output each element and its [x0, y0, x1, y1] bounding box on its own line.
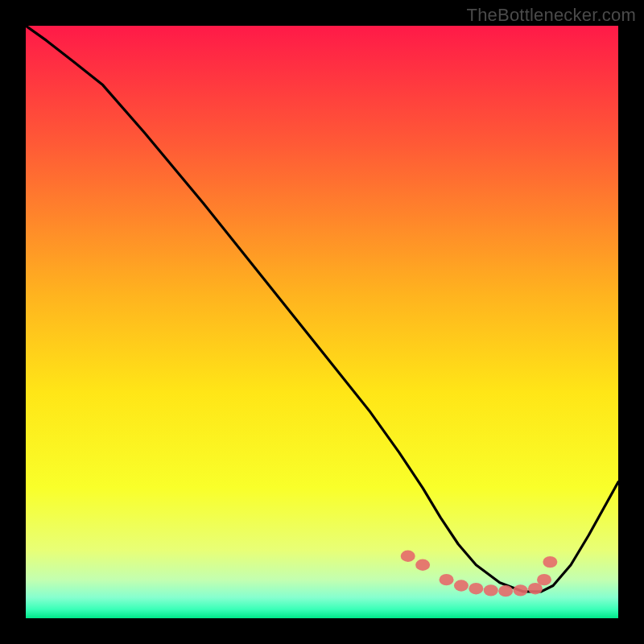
- marker-dot: [514, 584, 528, 596]
- marker-dot: [415, 559, 430, 571]
- marker-dot: [537, 574, 551, 585]
- marker-dot: [543, 556, 557, 568]
- marker-dot: [440, 574, 454, 585]
- marker-dot: [484, 584, 498, 596]
- gradient-background: [26, 26, 618, 618]
- marker-dot: [469, 583, 483, 594]
- marker-dot: [454, 580, 469, 591]
- chart-svg: [26, 26, 618, 618]
- attribution-watermark: TheBottlenecker.com: [467, 5, 636, 26]
- marker-dot: [401, 551, 415, 562]
- marker-dot: [498, 585, 513, 597]
- chart-stage: TheBottlenecker.com: [0, 0, 644, 644]
- plot-area: [26, 26, 618, 618]
